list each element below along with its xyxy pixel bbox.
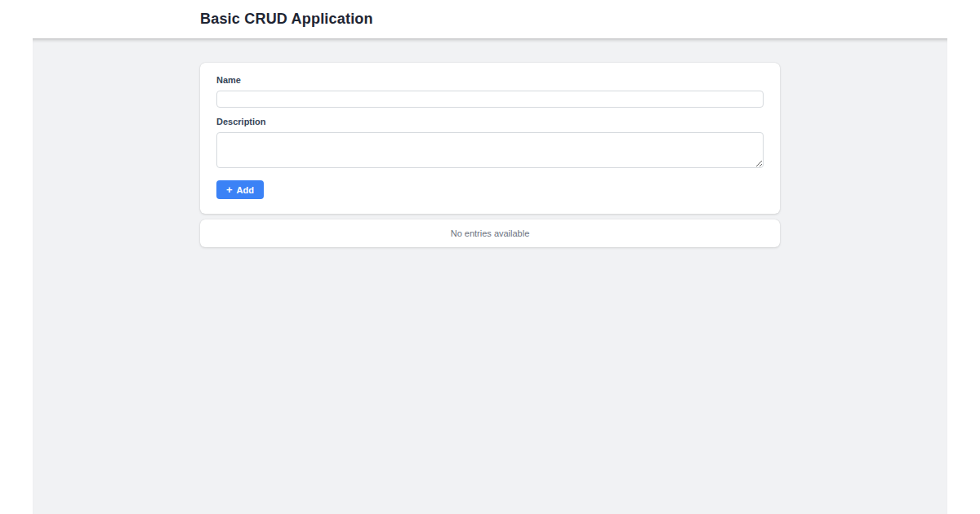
add-button-label: Add bbox=[237, 185, 254, 195]
header-inner: Basic CRUD Application bbox=[200, 0, 780, 28]
name-input[interactable] bbox=[216, 91, 764, 108]
main-panel: Name Description + Add No entries availa… bbox=[33, 38, 947, 514]
app-header: Basic CRUD Application bbox=[0, 0, 980, 38]
entries-list-card: No entries available bbox=[200, 219, 780, 247]
description-textarea[interactable] bbox=[216, 132, 764, 168]
empty-state-message: No entries available bbox=[451, 228, 530, 238]
page-title: Basic CRUD Application bbox=[200, 11, 780, 28]
plus-icon: + bbox=[226, 184, 233, 195]
entry-form-card: Name Description + Add bbox=[200, 63, 780, 214]
name-field-label: Name bbox=[216, 75, 764, 85]
add-button[interactable]: + Add bbox=[216, 180, 264, 199]
content-container: Name Description + Add No entries availa… bbox=[200, 38, 780, 247]
description-field-label: Description bbox=[216, 117, 764, 126]
